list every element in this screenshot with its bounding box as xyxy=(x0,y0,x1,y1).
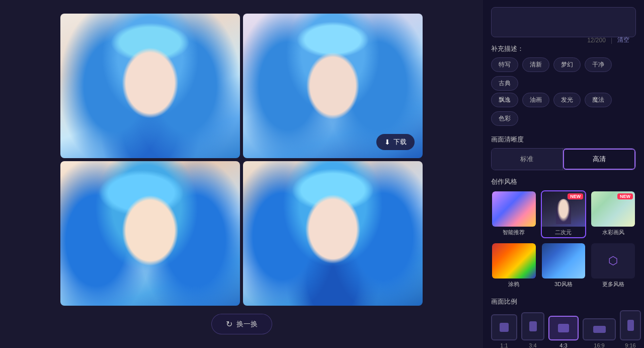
left-panel: ⬇ 下载 ↻ 换一换 xyxy=(0,0,483,348)
style-grid: 智能推荐 NEW 二次元 NEW 水彩画风 涂鸦 3D风格 xyxy=(491,190,636,290)
image-cell-4[interactable] xyxy=(243,161,423,306)
download-label: 下载 xyxy=(393,137,407,147)
prompt-area: 12/200 | 清空 xyxy=(491,7,636,37)
aspect-section: 画面比例 1:13:44:316:99:16 xyxy=(491,297,636,348)
aspect-icon-1_1 xyxy=(500,323,509,332)
aspect-4_3[interactable]: 4:3 xyxy=(548,316,579,348)
refresh-button[interactable]: ↻ 换一换 xyxy=(211,314,272,334)
tag-干净[interactable]: 干净 xyxy=(585,57,612,72)
tag-发光[interactable]: 发光 xyxy=(553,93,581,107)
quality-label: 画面清晰度 xyxy=(491,135,636,144)
style-3d-thumb xyxy=(542,243,586,279)
refresh-label: 换一换 xyxy=(236,320,258,329)
image-grid: ⬇ 下载 xyxy=(60,14,423,306)
style-3d-label: 3D风格 xyxy=(542,279,586,289)
clear-button[interactable]: 清空 xyxy=(617,36,629,44)
quality-hd[interactable]: 高清 xyxy=(563,149,636,170)
aspect-3_4[interactable]: 3:4 xyxy=(521,312,544,348)
aspect-row: 1:13:44:316:99:16 xyxy=(491,310,636,348)
tag-色彩[interactable]: 色彩 xyxy=(491,111,518,126)
tag-row-2: 飘逸油画发光魔法色彩 xyxy=(491,93,636,126)
tag-特写[interactable]: 特写 xyxy=(491,57,518,72)
anime-image-1 xyxy=(60,14,240,158)
tag-古典[interactable]: 古典 xyxy=(491,76,518,91)
aspect-label-1_1: 1:1 xyxy=(500,342,508,348)
style-graffiti-thumb xyxy=(492,243,536,279)
anime-image-4 xyxy=(243,161,423,306)
anime-image-3 xyxy=(60,161,240,306)
divider-vert: | xyxy=(611,37,612,44)
new-badge-watercolor: NEW xyxy=(617,193,633,199)
aspect-label-16_9: 16:9 xyxy=(594,342,604,348)
supplement-section: 补充描述： 特写清新梦幻干净古典 飘逸油画发光魔法色彩 xyxy=(491,44,636,128)
image-cell-1[interactable] xyxy=(60,14,240,158)
style-watercolor-label: 水彩画风 xyxy=(591,227,635,237)
aspect-icon-4_3 xyxy=(558,324,569,332)
quality-row: 标准 高清 xyxy=(491,148,636,170)
prompt-text[interactable] xyxy=(498,13,629,33)
style-graffiti-label: 涂鸦 xyxy=(492,279,536,289)
style-more-thumb: ⬡ xyxy=(591,243,635,279)
char-count: 12/200 xyxy=(587,37,606,44)
new-badge-anime: NEW xyxy=(568,193,583,199)
tag-魔法[interactable]: 魔法 xyxy=(585,93,612,107)
tag-梦幻[interactable]: 梦幻 xyxy=(553,57,581,72)
refresh-icon: ↻ xyxy=(226,319,232,329)
tag-油画[interactable]: 油画 xyxy=(522,93,549,107)
style-label: 创作风格 xyxy=(491,177,636,186)
prompt-meta: 12/200 | 清空 xyxy=(498,36,629,44)
aspect-16_9[interactable]: 16:9 xyxy=(583,318,616,348)
right-panel: 12/200 | 清空 补充描述： 特写清新梦幻干净古典 飘逸油画发光魔法色彩 … xyxy=(483,0,644,348)
aspect-9_16[interactable]: 9:16 xyxy=(620,310,641,348)
aspect-label-3_4: 3:4 xyxy=(529,342,536,348)
tag-飘逸[interactable]: 飘逸 xyxy=(491,93,518,107)
aspect-icon-3_4 xyxy=(529,321,537,331)
style-more-label: 更多风格 xyxy=(591,279,635,289)
quality-section: 画面清晰度 标准 高清 xyxy=(491,135,636,170)
supplement-label: 补充描述： xyxy=(491,44,636,53)
aspect-1_1[interactable]: 1:1 xyxy=(491,314,517,348)
download-button[interactable]: ⬇ 下载 xyxy=(376,134,415,150)
aspect-label-9_16: 9:16 xyxy=(625,342,635,348)
tag-清新[interactable]: 清新 xyxy=(522,57,549,72)
style-more[interactable]: ⬡ 更多风格 xyxy=(590,242,636,290)
style-section: 创作风格 智能推荐 NEW 二次元 NEW 水彩画风 涂鸦 xyxy=(491,177,636,290)
style-watercolor[interactable]: NEW 水彩画风 xyxy=(590,190,636,238)
tag-row-1: 特写清新梦幻干净古典 xyxy=(491,57,636,91)
image-cell-2[interactable]: ⬇ 下载 xyxy=(243,14,423,158)
aspect-label-4_3: 4:3 xyxy=(559,342,567,348)
quality-standard[interactable]: 标准 xyxy=(492,149,563,170)
download-icon: ⬇ xyxy=(384,138,390,146)
aspect-label: 画面比例 xyxy=(491,297,636,306)
style-smart-thumb xyxy=(492,191,536,227)
style-graffiti[interactable]: 涂鸦 xyxy=(491,242,537,290)
style-anime[interactable]: NEW 二次元 xyxy=(541,190,587,238)
style-smart[interactable]: 智能推荐 xyxy=(491,190,537,238)
style-3d[interactable]: 3D风格 xyxy=(541,242,587,290)
aspect-icon-16_9 xyxy=(593,326,606,333)
aspect-icon-9_16 xyxy=(627,320,634,331)
more-icon: ⬡ xyxy=(608,254,618,267)
style-anime-label: 二次元 xyxy=(542,227,586,237)
style-smart-label: 智能推荐 xyxy=(492,227,536,237)
image-cell-3[interactable] xyxy=(60,161,240,306)
